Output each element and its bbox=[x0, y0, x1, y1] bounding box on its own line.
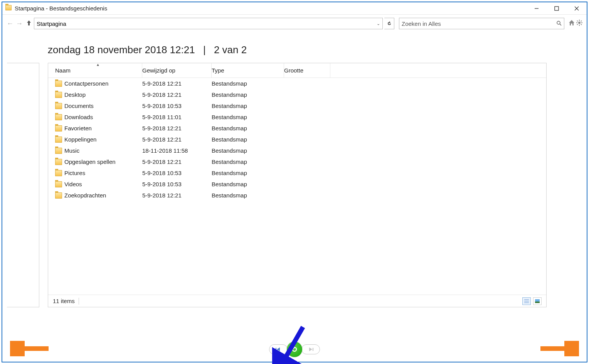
column-header-type[interactable]: Type bbox=[212, 63, 284, 78]
file-type: Bestandsmap bbox=[212, 181, 284, 187]
table-row[interactable]: Contactpersonen5-9-2018 12:21Bestandsmap bbox=[48, 78, 546, 89]
file-modified: 5-9-2018 12:21 bbox=[142, 80, 212, 87]
address-bar[interactable]: Startpagina ⌄ bbox=[34, 18, 383, 29]
table-row[interactable]: Opgeslagen spellen5-9-2018 12:21Bestands… bbox=[48, 156, 546, 167]
svg-rect-13 bbox=[577, 24, 578, 25]
table-row[interactable]: Zoekopdrachten5-9-2018 12:21Bestandsmap bbox=[48, 190, 546, 201]
svg-line-5 bbox=[560, 24, 561, 25]
restore-button[interactable] bbox=[287, 342, 302, 357]
file-modified: 5-9-2018 12:21 bbox=[142, 136, 212, 143]
file-modified: 5-9-2018 12:21 bbox=[142, 158, 212, 165]
gear-icon[interactable] bbox=[576, 19, 583, 28]
table-row[interactable]: Pictures5-9-2018 10:53Bestandsmap bbox=[48, 167, 546, 179]
file-type: Bestandsmap bbox=[212, 170, 284, 176]
previous-version-panel[interactable] bbox=[7, 63, 39, 307]
chevron-down-icon[interactable]: ⌄ bbox=[377, 21, 380, 26]
app-icon bbox=[5, 5, 12, 12]
file-modified: 5-9-2018 12:21 bbox=[142, 125, 212, 131]
header-separator: | bbox=[198, 44, 211, 56]
title-bar: Startpagina - Bestandsgeschiedenis bbox=[2, 2, 587, 15]
close-button[interactable] bbox=[567, 2, 587, 15]
version-nav bbox=[269, 342, 320, 357]
svg-point-4 bbox=[557, 21, 560, 24]
file-name: Documents bbox=[64, 103, 94, 109]
view-details-button[interactable] bbox=[522, 297, 531, 305]
svg-rect-14 bbox=[581, 24, 582, 25]
file-type: Bestandsmap bbox=[212, 103, 284, 109]
home-icon[interactable] bbox=[568, 19, 575, 28]
file-type: Bestandsmap bbox=[212, 125, 284, 131]
svg-rect-11 bbox=[577, 20, 578, 22]
file-modified: 5-9-2018 10:53 bbox=[142, 103, 212, 109]
file-type: Bestandsmap bbox=[212, 136, 284, 143]
svg-rect-19 bbox=[535, 302, 540, 303]
file-modified: 5-9-2018 12:21 bbox=[142, 192, 212, 199]
file-name: Pictures bbox=[64, 170, 85, 176]
up-button[interactable] bbox=[25, 20, 32, 27]
file-modified: 5-9-2018 12:21 bbox=[142, 91, 212, 98]
column-header-modified[interactable]: Gewijzigd op bbox=[142, 63, 212, 78]
folder-icon bbox=[55, 159, 62, 165]
table-row[interactable]: Music18-11-2018 11:58Bestandsmap bbox=[48, 145, 546, 156]
item-count: 11 items bbox=[53, 298, 75, 304]
folder-icon bbox=[55, 103, 62, 109]
next-version-button[interactable] bbox=[301, 344, 320, 354]
table-row[interactable]: Videos5-9-2018 10:53Bestandsmap bbox=[48, 179, 546, 190]
table-row[interactable]: Koppelingen5-9-2018 12:21Bestandsmap bbox=[48, 134, 546, 145]
table-row[interactable]: Favorieten5-9-2018 12:21Bestandsmap bbox=[48, 123, 546, 134]
svg-rect-9 bbox=[576, 22, 577, 23]
status-separator bbox=[79, 298, 79, 305]
sort-asc-icon: ▲ bbox=[96, 62, 100, 67]
folder-icon bbox=[55, 81, 62, 87]
svg-rect-7 bbox=[579, 20, 580, 21]
annotation-arrow-left bbox=[10, 341, 52, 356]
file-name: Music bbox=[64, 147, 79, 154]
file-name: Opgeslagen spellen bbox=[64, 158, 116, 165]
folder-icon bbox=[55, 192, 62, 199]
refresh-button[interactable] bbox=[384, 18, 394, 29]
file-type: Bestandsmap bbox=[212, 80, 284, 87]
file-name: Desktop bbox=[64, 91, 86, 98]
svg-rect-21 bbox=[313, 348, 313, 351]
table-row[interactable]: Downloads5-9-2018 11:01Bestandsmap bbox=[48, 111, 546, 123]
svg-rect-10 bbox=[581, 22, 582, 23]
table-row[interactable]: Desktop5-9-2018 12:21Bestandsmap bbox=[48, 89, 546, 100]
folder-icon bbox=[55, 114, 62, 120]
svg-rect-20 bbox=[276, 348, 276, 351]
column-header-size[interactable]: Grootte bbox=[284, 63, 330, 78]
back-button[interactable]: ← bbox=[6, 20, 14, 27]
file-name: Contactpersonen bbox=[64, 80, 108, 87]
file-type: Bestandsmap bbox=[212, 114, 284, 120]
file-name: Koppelingen bbox=[64, 136, 96, 143]
view-thumbnails-button[interactable] bbox=[533, 297, 542, 305]
file-type: Bestandsmap bbox=[212, 192, 284, 199]
file-modified: 18-11-2018 11:58 bbox=[142, 147, 212, 154]
version-timestamp: zondag 18 november 2018 12:21 bbox=[48, 44, 195, 56]
file-name: Zoekopdrachten bbox=[64, 192, 106, 199]
svg-rect-12 bbox=[581, 20, 582, 22]
forward-button[interactable]: → bbox=[15, 20, 23, 27]
file-name: Favorieten bbox=[64, 125, 92, 131]
status-bar: 11 items bbox=[48, 295, 546, 307]
svg-rect-8 bbox=[579, 25, 580, 26]
svg-point-6 bbox=[578, 22, 581, 24]
folder-icon bbox=[55, 125, 62, 131]
version-position: 2 van 2 bbox=[214, 44, 247, 56]
maximize-button[interactable] bbox=[547, 2, 567, 15]
version-header: zondag 18 november 2018 12:21 | 2 van 2 bbox=[2, 32, 587, 63]
file-type: Bestandsmap bbox=[212, 147, 284, 154]
file-list-panel: Naam ▲ Gewijzigd op Type Grootte Contact… bbox=[48, 63, 547, 307]
file-name: Videos bbox=[64, 181, 82, 187]
minimize-button[interactable] bbox=[527, 2, 547, 15]
folder-icon bbox=[55, 148, 62, 154]
file-modified: 5-9-2018 10:53 bbox=[142, 170, 212, 176]
column-header-name[interactable]: Naam ▲ bbox=[55, 63, 142, 78]
file-type: Bestandsmap bbox=[212, 158, 284, 165]
window-title: Startpagina - Bestandsgeschiedenis bbox=[15, 5, 107, 12]
address-text: Startpagina bbox=[37, 20, 66, 27]
previous-version-button[interactable] bbox=[269, 344, 288, 354]
file-modified: 5-9-2018 10:53 bbox=[142, 181, 212, 187]
toolbar: ← → Startpagina ⌄ Zoeken in Alles bbox=[2, 15, 587, 32]
search-input[interactable]: Zoeken in Alles bbox=[399, 18, 564, 29]
table-row[interactable]: Documents5-9-2018 10:53Bestandsmap bbox=[48, 100, 546, 111]
